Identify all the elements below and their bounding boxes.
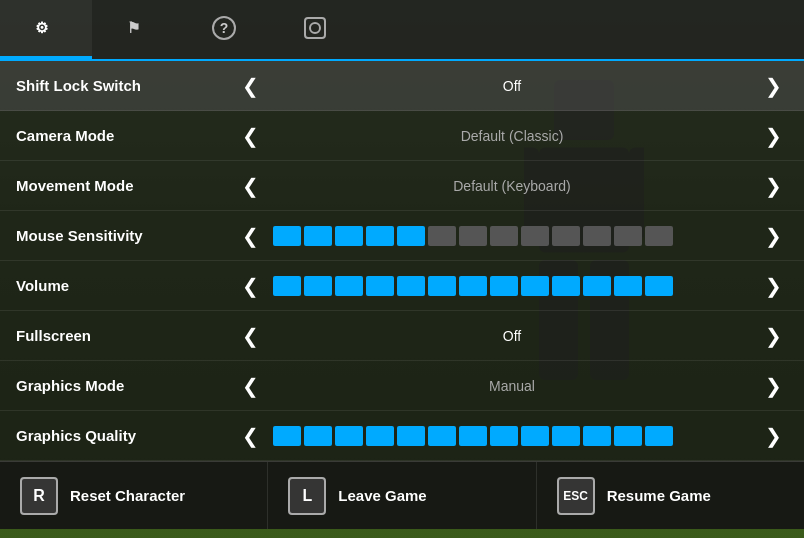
arrow-left-mouse-sensitivity[interactable]: ❮ — [236, 222, 265, 250]
action-label-resume: Resume Game — [607, 487, 711, 504]
slider-segment-0 — [273, 276, 301, 296]
setting-row-fullscreen: Fullscreen❮Off❯ — [0, 311, 804, 361]
setting-control-fullscreen: ❮Off❯ — [236, 322, 788, 350]
slider-segment-8 — [521, 426, 549, 446]
slider-segment-7 — [490, 426, 518, 446]
slider-segment-10 — [583, 426, 611, 446]
record-icon — [302, 15, 328, 41]
slider-segment-9 — [552, 226, 580, 246]
slider-segment-4 — [397, 426, 425, 446]
setting-control-mouse-sensitivity: ❮❯ — [236, 222, 788, 250]
slider-segment-5 — [428, 426, 456, 446]
arrow-right-mouse-sensitivity[interactable]: ❯ — [759, 222, 788, 250]
slider-segment-11 — [614, 226, 642, 246]
report-icon: ⚑ — [120, 15, 146, 41]
slider-segment-8 — [521, 276, 549, 296]
settings-icon: ⚙ — [28, 15, 54, 41]
setting-control-camera-mode: ❮Default (Classic)❯ — [236, 122, 788, 150]
arrow-right-fullscreen[interactable]: ❯ — [759, 322, 788, 350]
setting-label-mouse-sensitivity: Mouse Sensitivity — [16, 227, 236, 244]
setting-control-graphics-mode: ❮Manual❯ — [236, 372, 788, 400]
tab-report[interactable]: ⚑ — [92, 0, 184, 59]
slider-segment-11 — [614, 276, 642, 296]
arrow-right-camera-mode[interactable]: ❯ — [759, 122, 788, 150]
help-icon: ? — [212, 16, 236, 40]
setting-label-fullscreen: Fullscreen — [16, 327, 236, 344]
slider-segment-3 — [366, 276, 394, 296]
setting-row-mouse-sensitivity: Mouse Sensitivity❮❯ — [0, 211, 804, 261]
slider-segment-11 — [614, 426, 642, 446]
setting-value-shift-lock: Off — [273, 78, 751, 94]
arrow-right-graphics-quality[interactable]: ❯ — [759, 422, 788, 450]
slider-segment-7 — [490, 276, 518, 296]
slider-segment-6 — [459, 226, 487, 246]
slider-segment-2 — [335, 426, 363, 446]
top-nav: ⚙ ⚑ ? — [0, 0, 804, 61]
action-btn-leave[interactable]: LLeave Game — [268, 462, 536, 529]
slider-segment-8 — [521, 226, 549, 246]
arrow-right-graphics-mode[interactable]: ❯ — [759, 372, 788, 400]
arrow-left-movement-mode[interactable]: ❮ — [236, 172, 265, 200]
setting-value-camera-mode: Default (Classic) — [273, 128, 751, 144]
setting-label-graphics-quality: Graphics Quality — [16, 427, 236, 444]
setting-label-camera-mode: Camera Mode — [16, 127, 236, 144]
arrow-left-volume[interactable]: ❮ — [236, 272, 265, 300]
svg-rect-6 — [305, 18, 325, 38]
setting-value-movement-mode: Default (Keyboard) — [273, 178, 751, 194]
slider-segment-1 — [304, 426, 332, 446]
arrow-left-graphics-mode[interactable]: ❮ — [236, 372, 265, 400]
setting-row-shift-lock: Shift Lock Switch❮Off❯ — [0, 61, 804, 111]
setting-control-graphics-quality: ❮❯ — [236, 422, 788, 450]
setting-control-volume: ❮❯ — [236, 272, 788, 300]
slider-segment-4 — [397, 276, 425, 296]
setting-label-graphics-mode: Graphics Mode — [16, 377, 236, 394]
key-badge-leave: L — [288, 477, 326, 515]
slider-segment-1 — [304, 226, 332, 246]
setting-control-shift-lock: ❮Off❯ — [236, 72, 788, 100]
arrow-left-shift-lock[interactable]: ❮ — [236, 72, 265, 100]
arrow-right-movement-mode[interactable]: ❯ — [759, 172, 788, 200]
key-badge-resume: ESC — [557, 477, 595, 515]
settings-panel: ⚙ ⚑ ? Shift Lock Switch❮Off❯Camera Mode❮… — [0, 0, 804, 538]
setting-value-graphics-mode: Manual — [273, 378, 751, 394]
bottom-action-bar: RReset CharacterLLeave GameESCResume Gam… — [0, 461, 804, 529]
arrow-left-graphics-quality[interactable]: ❮ — [236, 422, 265, 450]
setting-label-volume: Volume — [16, 277, 236, 294]
setting-value-fullscreen: Off — [273, 328, 751, 344]
slider-segment-7 — [490, 226, 518, 246]
action-label-reset: Reset Character — [70, 487, 185, 504]
arrow-right-shift-lock[interactable]: ❯ — [759, 72, 788, 100]
slider-volume[interactable] — [273, 276, 751, 296]
slider-segment-2 — [335, 276, 363, 296]
tab-settings[interactable]: ⚙ — [0, 0, 92, 59]
svg-point-7 — [310, 23, 320, 33]
slider-segment-12 — [645, 426, 673, 446]
slider-segment-1 — [304, 276, 332, 296]
slider-segment-5 — [428, 226, 456, 246]
setting-row-volume: Volume❮❯ — [0, 261, 804, 311]
setting-control-movement-mode: ❮Default (Keyboard)❯ — [236, 172, 788, 200]
arrow-left-fullscreen[interactable]: ❮ — [236, 322, 265, 350]
setting-row-camera-mode: Camera Mode❮Default (Classic)❯ — [0, 111, 804, 161]
arrow-left-camera-mode[interactable]: ❮ — [236, 122, 265, 150]
slider-segment-6 — [459, 426, 487, 446]
setting-label-shift-lock: Shift Lock Switch — [16, 77, 236, 94]
setting-row-graphics-mode: Graphics Mode❮Manual❯ — [0, 361, 804, 411]
slider-graphics-quality[interactable] — [273, 426, 751, 446]
tab-help[interactable]: ? — [184, 0, 274, 59]
settings-list: Shift Lock Switch❮Off❯Camera Mode❮Defaul… — [0, 61, 804, 461]
action-btn-resume[interactable]: ESCResume Game — [537, 462, 804, 529]
slider-segment-0 — [273, 426, 301, 446]
slider-segment-5 — [428, 276, 456, 296]
slider-segment-4 — [397, 226, 425, 246]
setting-row-movement-mode: Movement Mode❮Default (Keyboard)❯ — [0, 161, 804, 211]
slider-segment-12 — [645, 276, 673, 296]
tab-record[interactable] — [274, 0, 366, 59]
setting-label-movement-mode: Movement Mode — [16, 177, 236, 194]
slider-segment-2 — [335, 226, 363, 246]
slider-mouse-sensitivity[interactable] — [273, 226, 751, 246]
key-badge-reset: R — [20, 477, 58, 515]
arrow-right-volume[interactable]: ❯ — [759, 272, 788, 300]
slider-segment-3 — [366, 226, 394, 246]
action-btn-reset[interactable]: RReset Character — [0, 462, 268, 529]
